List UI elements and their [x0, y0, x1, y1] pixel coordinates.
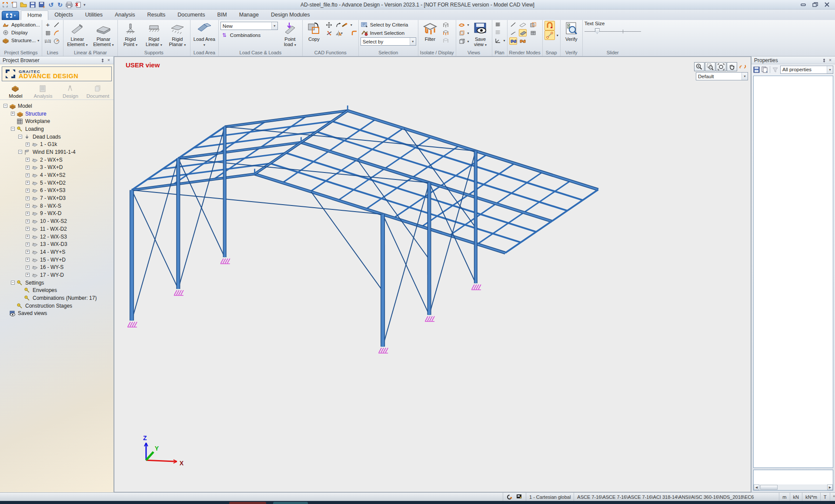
- tree-expander[interactable]: +: [26, 250, 30, 254]
- application-menu-button[interactable]: ▾: [2, 11, 19, 20]
- menu-tab-objects[interactable]: Objects: [48, 10, 79, 20]
- hide-icon[interactable]: [442, 29, 450, 36]
- tree-expander[interactable]: +: [26, 204, 30, 208]
- pan-icon[interactable]: [727, 62, 737, 71]
- tree-expander[interactable]: +: [26, 143, 30, 146]
- menu-tab-utilities[interactable]: Utilities: [79, 10, 109, 20]
- menu-tab-documents[interactable]: Documents: [171, 10, 211, 20]
- extend-icon[interactable]: [341, 21, 349, 29]
- tree-expander[interactable]: +: [26, 242, 30, 246]
- tree-item-combinations-number-17-[interactable]: Combinations (Number: 17): [2, 294, 114, 302]
- wire-more-icon[interactable]: ▾: [468, 40, 469, 43]
- slider-thumb[interactable]: [595, 28, 600, 34]
- tree-expander[interactable]: −: [18, 150, 22, 154]
- menu-tab-manage[interactable]: Manage: [233, 10, 265, 20]
- tree-expander[interactable]: +: [11, 112, 15, 116]
- rigid-planar-support-button[interactable]: Rigid Planar ▾: [167, 21, 188, 48]
- orbit-icon[interactable]: [738, 62, 748, 71]
- zoom-extents-icon[interactable]: [716, 62, 726, 71]
- point-load-button[interactable]: Point load ▾: [280, 21, 301, 48]
- orbit-view-icon[interactable]: [458, 21, 466, 29]
- tree-item-4-wx-s2[interactable]: +4 - WX+S2: [2, 171, 114, 179]
- unit-moment-cell[interactable]: kN*m: [802, 493, 820, 501]
- magnet-snap-icon[interactable]: [544, 21, 555, 30]
- view-selector-combo[interactable]: Default▾: [696, 72, 748, 80]
- tree-item-10-wx-s2[interactable]: +10 - WX-S2: [2, 217, 114, 225]
- copy-properties-icon[interactable]: [762, 66, 768, 73]
- unit-length-cell[interactable]: m: [779, 493, 789, 501]
- solid-mode-icon[interactable]: [519, 29, 527, 36]
- tree-item-1-g1k[interactable]: +1 - G1k: [2, 140, 114, 148]
- scroll-right-icon[interactable]: ▶: [827, 484, 833, 490]
- tree-item-workplane[interactable]: Workplane: [2, 117, 114, 125]
- menu-tab-results[interactable]: Results: [141, 10, 172, 20]
- planar-element-button[interactable]: Planar Element ▾: [91, 21, 116, 48]
- rigid-point-support-button[interactable]: Rigid Point ▾: [120, 21, 141, 48]
- browser-tab-model[interactable]: Model: [4, 85, 27, 99]
- unit-force-cell[interactable]: kN: [790, 493, 802, 501]
- solid-view-icon[interactable]: [458, 30, 466, 37]
- properties-content[interactable]: [753, 76, 833, 468]
- workplane-grid-icon[interactable]: [494, 21, 502, 28]
- tree-expander[interactable]: +: [26, 265, 30, 269]
- tree-item-11-wx-d2[interactable]: +11 - WX-D2: [2, 225, 114, 233]
- trim-icon[interactable]: [325, 30, 333, 37]
- unit-mass-cell[interactable]: T: [820, 493, 830, 501]
- close-panel-icon[interactable]: ×: [106, 57, 112, 63]
- unit-angle-cell[interactable]: °: [830, 493, 835, 501]
- ghost-mode-icon[interactable]: [529, 21, 537, 28]
- tree-item-5-wx-d2[interactable]: +5 - WX+D2: [2, 179, 114, 187]
- tree-expander[interactable]: −: [11, 127, 15, 131]
- select-by-criteria-button[interactable]: Select by Criteria: [361, 21, 408, 29]
- tree-item-2-wx-s[interactable]: +2 - WX+S: [2, 156, 114, 164]
- tree-item-loading[interactable]: −Loading: [2, 125, 114, 133]
- zoom-in-icon[interactable]: [694, 62, 705, 71]
- design-codes-cell[interactable]: ASCE 7-16\ASCE 7-16\ASCE 7-16\ACI 318-14…: [574, 493, 779, 501]
- dimension-icon[interactable]: 1.5: [44, 37, 52, 45]
- tree-item-8-wx-s[interactable]: +8 - WX-S: [2, 202, 114, 210]
- extend-more-icon[interactable]: ▾: [351, 23, 357, 27]
- tree-item-6-wx-s3[interactable]: +6 - WX+S3: [2, 187, 114, 195]
- verify-button[interactable]: Verify: [562, 21, 581, 42]
- tree-expander[interactable]: +: [26, 196, 30, 200]
- texture-mode-icon[interactable]: [529, 29, 537, 36]
- load-area-button[interactable]: Load Area ▾: [192, 21, 217, 48]
- combinations-button[interactable]: ⇅ Combinations: [220, 31, 278, 39]
- cad-viewport[interactable]: ZXY USER view Default▾: [114, 56, 751, 492]
- zoom-window-icon[interactable]: [705, 62, 715, 71]
- browser-tab-design[interactable]: Design: [59, 85, 82, 99]
- fillet-icon[interactable]: [351, 30, 358, 37]
- close-properties-icon[interactable]: ×: [827, 57, 833, 63]
- tree-expander[interactable]: +: [26, 173, 30, 177]
- tree-item-12-wx-s3[interactable]: +12 - WX-S3: [2, 233, 114, 241]
- restore-button[interactable]: [812, 2, 818, 7]
- steel-model-drawing[interactable]: ZXY: [114, 57, 751, 492]
- hidden-line-mode-icon[interactable]: [519, 21, 527, 28]
- local-axes-icon[interactable]: [494, 37, 502, 44]
- point-icon[interactable]: +: [44, 21, 52, 28]
- grid-icon[interactable]: [44, 29, 52, 36]
- snap-more-icon[interactable]: ▾: [557, 33, 558, 37]
- tree-item-structure[interactable]: +Structure: [2, 110, 114, 118]
- line-icon[interactable]: [53, 21, 60, 28]
- tree-expander[interactable]: +: [26, 158, 30, 162]
- scroll-thumb[interactable]: [760, 485, 778, 490]
- snap-points-icon[interactable]: [544, 30, 555, 40]
- copy-button[interactable]: Copy: [304, 21, 324, 42]
- browser-tab-analysis[interactable]: Analysis: [32, 85, 54, 99]
- tree-expander[interactable]: −: [11, 281, 15, 285]
- all-properties-combo[interactable]: All properties▾: [780, 66, 833, 74]
- properties-secondary[interactable]: ◀ ▶: [753, 470, 833, 491]
- invert-selection-button[interactable]: Invert Selection: [361, 29, 404, 37]
- display-settings-button[interactable]: Display: [2, 29, 28, 36]
- scroll-left-icon[interactable]: ◀: [754, 484, 759, 490]
- tree-expander[interactable]: +: [26, 219, 30, 223]
- tree-expander[interactable]: −: [18, 135, 22, 139]
- tree-item-16-wy-s[interactable]: +16 - WY-S: [2, 263, 114, 271]
- move-icon[interactable]: [325, 21, 333, 29]
- tree-item-17-wy-d[interactable]: +17 - WY-D: [2, 271, 114, 279]
- tree-item-wind-en-1991-1-4[interactable]: −Wind EN 1991-1-4: [2, 148, 114, 156]
- tree-expander[interactable]: +: [26, 212, 30, 216]
- section-render-icon[interactable]: [509, 37, 517, 45]
- workplane-dashed-icon[interactable]: [494, 29, 502, 36]
